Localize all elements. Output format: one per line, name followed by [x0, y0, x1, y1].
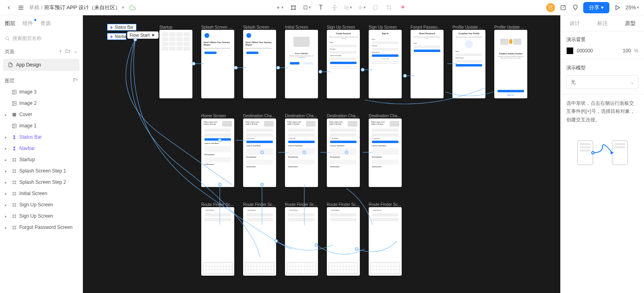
frame-label[interactable]: Forgot Passwo... — [411, 25, 444, 29]
layer-item[interactable]: image 1 — [0, 120, 83, 131]
chevron-down-icon[interactable]: ⌄ — [74, 48, 78, 55]
export-icon[interactable] — [559, 4, 567, 12]
frame-label[interactable]: Sign Up Screen — [327, 25, 360, 29]
artboard[interactable]: ← Search Routes — [201, 207, 234, 276]
frame-label[interactable]: Profile Update ... — [452, 25, 485, 29]
artboard[interactable]: Find a route, Let's make a JourneyLocate… — [201, 118, 234, 187]
layer-item[interactable]: ▸Startup — [0, 154, 83, 165]
frame-label[interactable]: Route Finder Sc... — [327, 202, 360, 207]
add-icon[interactable]: ▾ — [276, 4, 284, 12]
artboard[interactable]: Find a route, Let's make a Journey📍 Salt… — [285, 118, 318, 187]
frame-label[interactable]: Destination Cha... — [285, 114, 318, 118]
back-icon[interactable] — [5, 4, 13, 12]
user-badge[interactable]: 已 — [546, 3, 555, 12]
frame-label[interactable]: Sign Up Screen — [369, 25, 402, 29]
layer-item[interactable]: image 2 — [0, 98, 83, 109]
frame-label[interactable]: Destination Cha... — [369, 114, 402, 118]
artboard[interactable]: Enable Location AccessTo provide a conve… — [494, 30, 527, 98]
breadcrumb-draft: 草稿 — [29, 4, 39, 11]
layer-item[interactable]: ▸Splash Screen Step 1 — [0, 165, 83, 177]
tab-assets[interactable]: 资源 — [40, 20, 51, 27]
flow-start-chip[interactable]: Flow Start — [127, 31, 159, 39]
shape-tool-icon[interactable]: ▾ — [303, 4, 311, 12]
left-panel: 图层 组件 资源 搜索图层名称 页面 + ⌄ App Design 图层 ima — [0, 15, 83, 293]
tab-design[interactable]: 设计 — [570, 20, 580, 27]
frame-label[interactable]: Profile Update ... — [494, 25, 527, 29]
frame-label[interactable]: Initial Screen — [285, 25, 318, 29]
artboard[interactable]: Complete Your ProfileDon't worry, only y… — [452, 30, 485, 98]
layer-item[interactable]: ▸Status Bar — [0, 131, 83, 143]
artboard[interactable]: Sign InEmailPasswordRemember meOr sign i… — [369, 30, 402, 98]
share-button[interactable]: 分享 ▾ — [583, 2, 609, 13]
artboard[interactable]: Feature HighlightEffortless shuttle book… — [285, 30, 318, 98]
layer-item[interactable]: ▸Sign Up Screen — [0, 210, 83, 222]
prototype-flows — [83, 15, 560, 293]
layer-item[interactable]: ▸Forgot Password Screen — [0, 222, 83, 233]
model-select[interactable]: 无 ⌄ — [566, 75, 638, 89]
zoom-level[interactable]: 25%▾ — [625, 4, 639, 10]
frame-label[interactable]: Splash Screen S... — [243, 25, 276, 29]
ai-tool-icon[interactable] — [399, 4, 407, 12]
bg-hex-input[interactable]: 000000 — [577, 48, 614, 54]
frame-tool-icon[interactable] — [289, 4, 297, 12]
play-icon[interactable] — [613, 4, 621, 12]
layer-item[interactable]: ▸Sign Up Screen — [0, 199, 83, 210]
sort-icon[interactable] — [72, 77, 78, 84]
layer-search[interactable]: 搜索图层名称 — [0, 31, 83, 45]
page-item[interactable]: App Design — [3, 59, 79, 71]
layer-item[interactable]: ▸Navbar — [0, 143, 83, 154]
artboard[interactable]: Here's Where Your Journey BeginsExperien… — [243, 30, 276, 98]
layer-item[interactable]: ▸Splash Screen Step 2 — [0, 177, 83, 188]
svg-rect-36 — [615, 143, 625, 145]
artboard[interactable]: Find a route, Let's make a Journey📍 Orch… — [327, 118, 360, 187]
layer-item[interactable]: image 3 — [0, 86, 83, 98]
layer-item[interactable]: ▸Cover — [0, 109, 83, 120]
mask-tool-icon[interactable] — [372, 4, 380, 12]
cloud-sync-icon[interactable] — [128, 4, 136, 12]
artboard[interactable]: ← Search Routes — [243, 207, 276, 276]
add-page-icon[interactable]: + — [59, 48, 62, 55]
svg-point-6 — [6, 37, 9, 40]
artboard[interactable]: ← Search Routes — [285, 207, 318, 276]
pages-header: 页面 + ⌄ — [0, 45, 83, 58]
artboard[interactable]: Create AccountFill your information belo… — [327, 30, 360, 98]
frame-label[interactable]: Destination Cha... — [243, 114, 276, 118]
frame-label[interactable]: Destination Cha... — [327, 114, 360, 118]
tab-layers[interactable]: 图层 — [5, 20, 15, 27]
boolean-tool-icon[interactable]: ▾ — [344, 4, 352, 12]
crop-tool-icon[interactable] — [385, 4, 393, 12]
selected-navbar[interactable]: ◈Navba — [107, 33, 126, 40]
frame-label[interactable]: Startup — [159, 25, 192, 29]
bg-opacity-input[interactable]: 100 — [617, 48, 631, 54]
frame-label[interactable]: Route Finder Sc... — [201, 202, 234, 207]
svg-rect-11 — [12, 113, 16, 116]
tab-proto[interactable]: 原型 — [625, 20, 636, 27]
artboard[interactable]: Reset PasswordDon't worry, enter your em… — [411, 30, 444, 98]
chevron-down-icon[interactable]: ▾ — [122, 5, 124, 10]
selected-status-bar[interactable]: ◈Status Bar — [107, 24, 136, 31]
artboard[interactable]: Find a route, Let's make a Journey📍 City… — [369, 118, 402, 187]
frame-label[interactable]: Home Screen — [201, 114, 234, 118]
tab-components[interactable]: 组件 — [23, 20, 33, 27]
component-tool-icon[interactable]: ▾ — [358, 4, 366, 12]
canvas[interactable]: ◈Status Bar ◈Navba Flow Start StartupSpl… — [83, 15, 560, 293]
breadcrumb[interactable]: 草稿 / 班车预订 APP 设计（来自社区） ▾ — [29, 4, 124, 11]
text-tool-icon[interactable]: T — [317, 4, 325, 12]
artboard[interactable]: ← Search Routes — [327, 207, 360, 276]
tab-annotate[interactable]: 标注 — [597, 20, 608, 27]
artboard[interactable] — [159, 30, 192, 98]
bg-swatch[interactable] — [566, 47, 574, 54]
move-tool-icon[interactable] — [330, 4, 339, 12]
artboard[interactable]: Find a route, Let's make a Journey📍 Bus … — [243, 118, 276, 187]
svg-point-16 — [192, 62, 195, 65]
frame-label[interactable]: Splash Screen S... — [201, 25, 234, 29]
menu-icon[interactable] — [17, 4, 25, 12]
artboard[interactable]: ← Search Routes — [369, 207, 402, 276]
hint-icon[interactable] — [571, 4, 579, 12]
frame-label[interactable]: Route Finder Sc... — [369, 202, 402, 207]
folder-icon[interactable] — [65, 48, 70, 55]
artboard[interactable]: Here's Where Your Journey BeginsExperien… — [201, 30, 234, 98]
frame-label[interactable]: Route Finder Sc... — [243, 202, 276, 207]
layer-item[interactable]: ▸Initial Screen — [0, 188, 83, 199]
frame-label[interactable]: Route Finder Sc... — [285, 202, 318, 207]
